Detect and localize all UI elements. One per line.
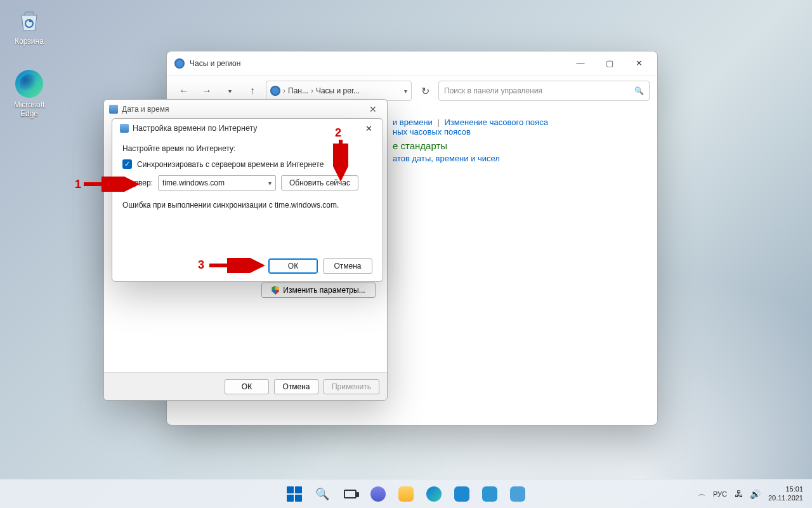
nav-up-button[interactable]: ↑ (243, 81, 262, 100)
dt-title: Дата и время (122, 105, 169, 114)
edge-icon (15, 70, 43, 98)
search-button[interactable]: 🔍 (310, 482, 334, 506)
search-icon: 🔍 (634, 86, 644, 95)
chat-button[interactable] (366, 482, 390, 506)
minimize-button[interactable]: — (566, 54, 595, 73)
folder-icon (398, 486, 414, 502)
refresh-button[interactable]: ↻ (416, 81, 435, 100)
apply-button: Применить (324, 379, 379, 394)
recycle-bin-label: Корзина (5, 37, 53, 46)
close-button[interactable]: ✕ (360, 121, 377, 136)
control-panel-taskbar-button[interactable] (478, 482, 502, 506)
dt-footer: ОК Отмена Применить (104, 372, 387, 400)
search-input[interactable]: Поиск в панели управления 🔍 (438, 81, 650, 101)
recycle-bin-icon (15, 6, 43, 34)
annotation-2: 2 (335, 126, 341, 140)
chevron-right-icon: › (283, 86, 285, 95)
windows-logo-icon (287, 486, 302, 502)
link-add-clocks[interactable]: ных часовых поясов (393, 127, 471, 137)
search-placeholder: Поиск в панели управления (444, 86, 542, 95)
store-icon (454, 486, 469, 502)
cancel-button[interactable]: Отмена (274, 379, 318, 394)
server-combobox[interactable]: time.windows.com ▾ (158, 175, 276, 190)
datetime-icon (120, 124, 129, 133)
file-explorer-button[interactable] (394, 482, 418, 506)
start-button[interactable] (282, 482, 306, 506)
taskbar: 🔍 ︿ РУС 🖧 🔊 15:01 20.11.2021 (0, 479, 812, 508)
arrow-3-icon (208, 258, 265, 273)
link-set-time[interactable]: и времени (393, 117, 433, 127)
chevron-down-icon[interactable]: ▾ (404, 88, 407, 95)
cancel-button[interactable]: Отмена (323, 258, 372, 274)
arrow-2-icon (333, 138, 348, 182)
its-title: Настройка времени по Интернету (133, 124, 258, 133)
link-change-formats[interactable]: атов даты, времени и чисел (393, 154, 500, 163)
maximize-button[interactable]: ▢ (595, 54, 624, 73)
ok-button[interactable]: ОК (268, 258, 318, 274)
microsoft-edge[interactable]: Microsoft Edge (5, 70, 53, 118)
network-icon[interactable]: 🖧 (735, 489, 743, 499)
link-change-timezone[interactable]: Изменение часового пояса (445, 117, 548, 127)
cp-titlebar[interactable]: Часы и регион — ▢ ✕ (167, 51, 657, 76)
search-icon: 🔍 (315, 487, 329, 501)
clock[interactable]: 15:01 20.11.2021 (768, 485, 803, 503)
link-row-1: и времени | Изменение часового пояса (393, 117, 641, 127)
datetime-icon (109, 105, 118, 114)
link-row-3: атов даты, времени и чисел (393, 154, 641, 163)
taskbar-center: 🔍 (282, 482, 530, 506)
its-titlebar[interactable]: Настройка времени по Интернету ✕ (112, 119, 383, 138)
close-button[interactable]: ✕ (364, 103, 382, 116)
datetime-taskbar-button[interactable] (506, 482, 530, 506)
annotation-1: 1 (75, 178, 81, 191)
cp-taskbar-icon (482, 486, 497, 502)
sync-checkbox[interactable]: ✓ (122, 159, 132, 169)
category-region[interactable]: е стандарты (393, 140, 641, 151)
change-settings-button[interactable]: Изменить параметры... (261, 283, 376, 298)
recycle-bin[interactable]: Корзина (5, 6, 53, 46)
nav-back-button[interactable]: ← (174, 81, 193, 100)
annotation-3: 3 (198, 258, 204, 272)
chevron-right-icon: › (311, 86, 313, 95)
cp-title-icon (174, 58, 185, 69)
link-row-2: ных часовых поясов (393, 127, 641, 137)
edge-icon (426, 486, 442, 502)
server-value: time.windows.com (162, 178, 225, 187)
breadcrumb-2[interactable]: Часы и рег... (316, 86, 360, 95)
microsoft-store-button[interactable] (450, 482, 474, 506)
clock-time: 15:01 (768, 485, 803, 494)
system-tray: ︿ РУС 🖧 🔊 15:01 20.11.2021 (690, 485, 812, 503)
dt-titlebar[interactable]: Дата и время ✕ (104, 100, 387, 119)
edge-button[interactable] (422, 482, 446, 506)
chat-icon (370, 486, 386, 502)
taskview-icon (344, 490, 357, 498)
volume-icon[interactable]: 🔊 (750, 489, 761, 499)
clock-date: 20.11.2021 (768, 494, 803, 503)
close-button[interactable]: ✕ (624, 54, 653, 73)
cp-title: Часы и регион (190, 59, 240, 68)
breadcrumb-1[interactable]: Пан... (288, 86, 308, 95)
chevron-down-icon: ▾ (268, 180, 272, 187)
sync-checkbox-label[interactable]: Синхронизировать с сервером времени в Ин… (137, 160, 324, 169)
arrow-1-icon (82, 177, 140, 192)
edge-label: Microsoft Edge (5, 100, 53, 118)
sync-error-message: Ошибка при выполнении синхронизации с ti… (122, 201, 372, 210)
tray-chevron-button[interactable]: ︿ (698, 489, 705, 498)
ok-button[interactable]: ОК (225, 379, 269, 394)
breadcrumb-icon (270, 86, 280, 96)
dt-taskbar-icon (510, 486, 525, 502)
address-bar[interactable]: › Пан... › Часы и рег... ▾ (266, 81, 412, 101)
nav-forward-button[interactable]: → (197, 81, 216, 100)
language-indicator[interactable]: РУС (713, 490, 727, 498)
nav-recent-button[interactable]: ▾ (220, 81, 239, 100)
task-view-button[interactable] (338, 482, 362, 506)
